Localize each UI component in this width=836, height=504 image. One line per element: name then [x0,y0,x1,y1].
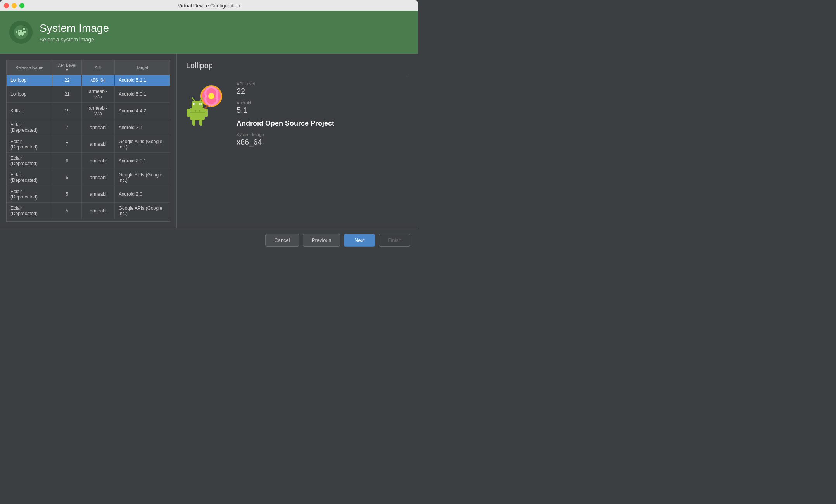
cell-target: Android 5.1.1 [114,75,170,86]
previous-button[interactable]: Previous [303,234,340,247]
col-api[interactable]: API Level ▼ [52,60,82,75]
svg-rect-29 [205,109,208,117]
cell-release: Eclair (Deprecated) [7,136,52,153]
cell-api: 7 [52,119,82,136]
svg-rect-10 [24,27,24,28]
svg-point-34 [199,110,200,112]
header-icon [9,21,33,44]
main-content: Release Name API Level ▼ ABI Target Loll… [0,54,418,252]
svg-rect-28 [187,109,190,117]
android-value: 5.1 [237,106,409,115]
col-release: Release Name [7,60,52,75]
cell-api: 5 [52,186,82,203]
header: System Image Select a system image [0,11,418,54]
cell-target: Android 2.1 [114,119,170,136]
cell-release: Eclair (Deprecated) [7,203,52,219]
cell-api: 7 [52,136,82,153]
cell-abi: armeabi [82,169,114,186]
svg-rect-30 [192,119,195,126]
lollipop-svg [186,81,229,132]
table-row[interactable]: KitKat19armeabi-v7aAndroid 4.4.2 [7,103,170,119]
close-button[interactable] [4,3,9,8]
svg-rect-19 [192,101,203,109]
cell-api: 22 [52,75,82,86]
cell-target: Google APIs (Google Inc.) [114,136,170,153]
svg-rect-12 [22,29,23,29]
cell-abi: armeabi [82,136,114,153]
cell-target: Google APIs (Google Inc.) [114,169,170,186]
cell-target: Android 2.0 [114,186,170,203]
cell-target: Android 2.0.1 [114,153,170,169]
cell-api: 5 [52,203,82,219]
studio-icon [13,24,29,40]
cell-release: Eclair (Deprecated) [7,119,52,136]
svg-point-27 [202,97,203,99]
info-details: API Level 22 Android 5.1 Android Open So… [237,81,409,227]
image-list: Release Name API Level ▼ ABI Target Loll… [7,60,170,219]
cell-target: Google APIs (Google Inc.) [114,203,170,219]
svg-point-16 [208,93,214,99]
maximize-button[interactable] [19,3,24,8]
svg-rect-5 [22,34,23,36]
right-panel: Lollipop [176,54,418,252]
cancel-button[interactable]: Cancel [265,234,299,247]
svg-point-2 [19,31,20,32]
table-row[interactable]: Eclair (Deprecated)7armeabiAndroid 2.1 [7,119,170,136]
cell-release: Lollipop [7,86,52,103]
cell-target: Android 4.4.2 [114,103,170,119]
table-row[interactable]: Lollipop21armeabi-v7aAndroid 5.0.1 [7,86,170,103]
cell-abi: armeabi [82,186,114,203]
svg-rect-4 [19,34,20,36]
system-image-table[interactable]: Release Name API Level ▼ ABI Target Loll… [6,60,170,222]
cell-release: Eclair (Deprecated) [7,186,52,203]
android-figure [186,81,229,132]
cell-abi: armeabi [82,153,114,169]
api-level-value: 22 [237,87,409,96]
cell-api: 6 [52,169,82,186]
source-value: Android Open Source Project [237,119,409,128]
svg-rect-13 [25,29,26,29]
cell-abi: armeabi [82,119,114,136]
cell-abi: armeabi-v7a [82,103,114,119]
info-body: API Level 22 Android 5.1 Android Open So… [186,81,409,227]
detail-title: Lollipop [186,61,409,75]
android-label: Android [237,100,409,105]
table-row[interactable]: Lollipop22x86_64Android 5.1.1 [7,75,170,86]
svg-rect-31 [199,119,202,126]
svg-point-9 [23,28,25,30]
left-panel: Release Name API Level ▼ ABI Target Loll… [0,54,176,252]
minimize-button[interactable] [12,3,17,8]
svg-point-33 [195,110,196,112]
svg-point-23 [200,104,202,105]
svg-point-26 [192,97,193,99]
table-row[interactable]: Eclair (Deprecated)6armeabiAndroid 2.0.1 [7,153,170,169]
cell-release: Eclair (Deprecated) [7,153,52,169]
cell-api: 21 [52,86,82,103]
svg-rect-11 [24,30,24,31]
cell-release: Eclair (Deprecated) [7,169,52,186]
col-abi: ABI [82,60,114,75]
footer: Cancel Previous Next Finish [0,228,418,252]
cell-api: 6 [52,153,82,169]
next-button[interactable]: Next [344,234,375,247]
window-controls[interactable] [4,3,24,8]
table-row[interactable]: Eclair (Deprecated)7armeabiGoogle APIs (… [7,136,170,153]
system-image-label: System Image [237,132,409,137]
cell-api: 19 [52,103,82,119]
table-header: Release Name API Level ▼ ABI Target [7,60,170,75]
header-text: System Image Select a system image [40,22,109,43]
cell-release: Lollipop [7,75,52,86]
table-row[interactable]: Eclair (Deprecated)5armeabiAndroid 2.0 [7,186,170,203]
cell-release: KitKat [7,103,52,119]
page-subtitle: Select a system image [40,36,109,43]
page-title: System Image [40,22,109,35]
window-title: Virtual Device Configuration [178,3,240,9]
svg-point-22 [194,104,195,105]
title-bar: Virtual Device Configuration [0,0,418,11]
table-row[interactable]: Eclair (Deprecated)6armeabiGoogle APIs (… [7,169,170,186]
cell-abi: armeabi [82,203,114,219]
table-body[interactable]: Lollipop22x86_64Android 5.1.1Lollipop21a… [7,75,170,219]
table-row[interactable]: Eclair (Deprecated)5armeabiGoogle APIs (… [7,203,170,219]
system-image-value: x86_64 [237,138,409,147]
finish-button: Finish [379,234,410,247]
